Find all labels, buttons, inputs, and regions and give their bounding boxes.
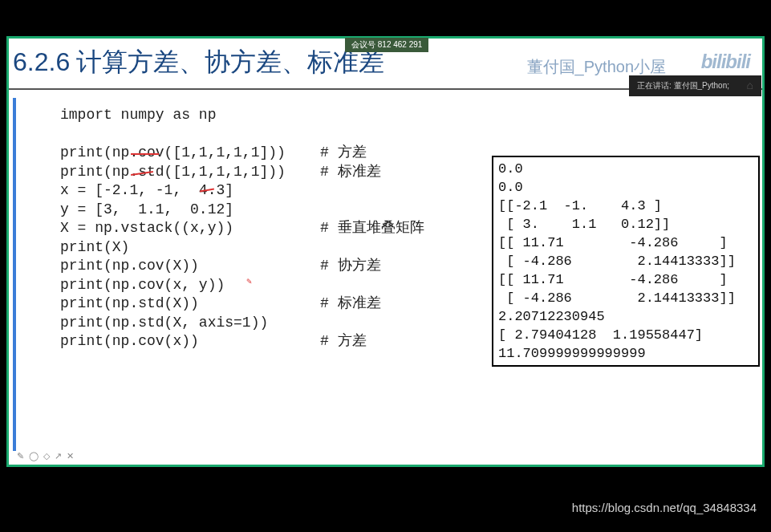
output-box: 0.0 0.0 [[-2.1 -1. 4.3 ] [ 3. 1.1 0.12]]…: [492, 156, 760, 367]
bilibili-logo: bilibili: [701, 51, 750, 73]
presenter-toolbar: ✎ ◯ ◇ ↗ ✕: [17, 451, 74, 461]
tool-icon[interactable]: ◯: [29, 451, 39, 461]
accent-bar: [13, 98, 16, 451]
cast-icon[interactable]: ⌂: [747, 79, 753, 91]
annotation-mark: ✎: [246, 273, 252, 292]
tool-icon[interactable]: ✕: [67, 451, 74, 461]
watermark-url: https://blog.csdn.net/qq_34848334: [572, 501, 757, 514]
author-label: 董付国_Python小屋: [527, 56, 666, 78]
tool-icon[interactable]: ✎: [17, 451, 24, 461]
annotation-underline: [131, 153, 159, 155]
tool-icon[interactable]: ◇: [43, 451, 50, 461]
code-block: import numpy as np print(np.cov([1,1,1,1…: [60, 90, 424, 475]
video-frame: 6.2.6 计算方差、协方差、标准差 董付国_Python小屋 bilibili…: [6, 36, 765, 467]
section-number: 6.2.6: [13, 47, 70, 77]
now-speaking-overlay: 正在讲话: 董付国_Python; ⌂: [629, 75, 761, 96]
tool-icon[interactable]: ↗: [55, 451, 62, 461]
section-title: 计算方差、协方差、标准差: [76, 45, 384, 80]
meeting-id-badge: 会议号 812 462 291: [345, 38, 428, 52]
